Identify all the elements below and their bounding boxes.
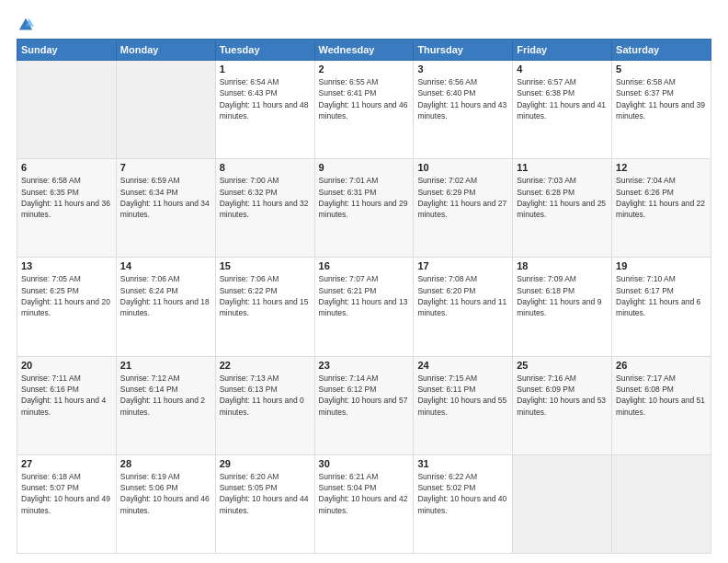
calendar-week-row: 27Sunrise: 6:18 AMSunset: 5:07 PMDayligh… — [17, 454, 711, 553]
day-info: Sunrise: 7:16 AMSunset: 6:09 PMDaylight:… — [517, 373, 608, 418]
day-info: Sunrise: 7:12 AMSunset: 6:14 PMDaylight:… — [120, 373, 211, 418]
day-info: Sunrise: 6:59 AMSunset: 6:34 PMDaylight:… — [120, 175, 211, 220]
calendar-cell: 11Sunrise: 7:03 AMSunset: 6:28 PMDayligh… — [513, 159, 612, 258]
day-number: 31 — [417, 458, 508, 469]
calendar-cell: 2Sunrise: 6:55 AMSunset: 6:41 PMDaylight… — [314, 61, 414, 159]
day-info: Sunrise: 7:11 AMSunset: 6:16 PMDaylight:… — [21, 373, 112, 418]
day-number: 9 — [319, 162, 410, 173]
day-number: 25 — [517, 360, 608, 371]
calendar-cell — [17, 61, 117, 159]
day-number: 7 — [120, 162, 211, 173]
day-number: 19 — [616, 260, 707, 271]
day-info: Sunrise: 7:13 AMSunset: 6:13 PMDaylight:… — [220, 373, 311, 418]
calendar-cell: 25Sunrise: 7:16 AMSunset: 6:09 PMDayligh… — [513, 356, 612, 454]
day-info: Sunrise: 7:17 AMSunset: 6:08 PMDaylight:… — [616, 373, 707, 418]
weekday-header-tuesday: Tuesday — [215, 40, 314, 61]
day-info: Sunrise: 7:09 AMSunset: 6:18 PMDaylight:… — [517, 273, 608, 318]
calendar-cell: 24Sunrise: 7:15 AMSunset: 6:11 PMDayligh… — [414, 356, 513, 454]
calendar-cell: 7Sunrise: 6:59 AMSunset: 6:34 PMDaylight… — [116, 159, 215, 258]
day-number: 23 — [319, 360, 410, 371]
day-number: 6 — [21, 162, 112, 173]
day-number: 24 — [417, 360, 508, 371]
day-info: Sunrise: 6:58 AMSunset: 6:35 PMDaylight:… — [21, 175, 112, 220]
day-info: Sunrise: 7:00 AMSunset: 6:32 PMDaylight:… — [220, 175, 311, 220]
day-number: 22 — [220, 360, 311, 371]
calendar-cell: 6Sunrise: 6:58 AMSunset: 6:35 PMDaylight… — [17, 159, 117, 258]
day-number: 5 — [616, 63, 707, 75]
day-number: 3 — [417, 63, 508, 75]
calendar-cell: 5Sunrise: 6:58 AMSunset: 6:37 PMDaylight… — [612, 61, 711, 159]
day-info: Sunrise: 6:20 AMSunset: 5:05 PMDaylight:… — [220, 471, 311, 516]
day-info: Sunrise: 7:03 AMSunset: 6:28 PMDaylight:… — [517, 175, 608, 220]
day-info: Sunrise: 7:04 AMSunset: 6:26 PMDaylight:… — [616, 175, 707, 220]
day-number: 26 — [616, 360, 707, 371]
calendar-cell: 27Sunrise: 6:18 AMSunset: 5:07 PMDayligh… — [17, 454, 117, 553]
day-info: Sunrise: 7:06 AMSunset: 6:22 PMDaylight:… — [220, 273, 311, 318]
day-info: Sunrise: 6:58 AMSunset: 6:37 PMDaylight:… — [616, 76, 707, 121]
day-number: 21 — [120, 360, 211, 371]
day-number: 17 — [417, 260, 508, 271]
weekday-header-saturday: Saturday — [612, 40, 711, 61]
day-info: Sunrise: 7:06 AMSunset: 6:24 PMDaylight:… — [120, 273, 211, 318]
calendar-cell: 26Sunrise: 7:17 AMSunset: 6:08 PMDayligh… — [612, 356, 711, 454]
calendar-cell: 31Sunrise: 6:22 AMSunset: 5:02 PMDayligh… — [414, 454, 513, 553]
calendar-cell: 3Sunrise: 6:56 AMSunset: 6:40 PMDaylight… — [414, 61, 513, 159]
calendar-cell: 29Sunrise: 6:20 AMSunset: 5:05 PMDayligh… — [215, 454, 314, 553]
day-info: Sunrise: 6:56 AMSunset: 6:40 PMDaylight:… — [417, 76, 508, 121]
calendar-cell: 22Sunrise: 7:13 AMSunset: 6:13 PMDayligh… — [215, 356, 314, 454]
calendar-cell: 4Sunrise: 6:57 AMSunset: 6:38 PMDaylight… — [513, 61, 612, 159]
calendar-cell — [116, 61, 215, 159]
day-info: Sunrise: 6:22 AMSunset: 5:02 PMDaylight:… — [417, 471, 508, 516]
day-number: 13 — [21, 260, 112, 271]
day-info: Sunrise: 7:01 AMSunset: 6:31 PMDaylight:… — [319, 175, 410, 220]
calendar-cell: 18Sunrise: 7:09 AMSunset: 6:18 PMDayligh… — [513, 258, 612, 356]
day-info: Sunrise: 7:14 AMSunset: 6:12 PMDaylight:… — [319, 373, 410, 418]
day-info: Sunrise: 6:18 AMSunset: 5:07 PMDaylight:… — [21, 471, 112, 516]
weekday-header-thursday: Thursday — [414, 40, 513, 61]
day-number: 1 — [220, 63, 311, 75]
day-number: 30 — [319, 458, 410, 469]
day-info: Sunrise: 6:54 AMSunset: 6:43 PMDaylight:… — [220, 76, 311, 121]
calendar-cell: 30Sunrise: 6:21 AMSunset: 5:04 PMDayligh… — [314, 454, 414, 553]
day-number: 29 — [220, 458, 311, 469]
calendar-cell: 16Sunrise: 7:07 AMSunset: 6:21 PMDayligh… — [314, 258, 414, 356]
day-info: Sunrise: 7:10 AMSunset: 6:17 PMDaylight:… — [616, 273, 707, 318]
day-number: 18 — [517, 260, 608, 271]
calendar-table: SundayMondayTuesdayWednesdayThursdayFrid… — [17, 39, 711, 554]
calendar-week-row: 13Sunrise: 7:05 AMSunset: 6:25 PMDayligh… — [17, 258, 711, 356]
calendar-cell: 1Sunrise: 6:54 AMSunset: 6:43 PMDaylight… — [215, 61, 314, 159]
calendar-cell: 9Sunrise: 7:01 AMSunset: 6:31 PMDaylight… — [314, 159, 414, 258]
day-number: 8 — [220, 162, 311, 173]
day-info: Sunrise: 6:55 AMSunset: 6:41 PMDaylight:… — [319, 76, 410, 121]
calendar-cell: 14Sunrise: 7:06 AMSunset: 6:24 PMDayligh… — [116, 258, 215, 356]
day-number: 4 — [517, 63, 608, 75]
weekday-header-friday: Friday — [513, 40, 612, 61]
day-info: Sunrise: 7:15 AMSunset: 6:11 PMDaylight:… — [417, 373, 508, 418]
weekday-header-monday: Monday — [116, 40, 215, 61]
weekday-header-wednesday: Wednesday — [314, 40, 414, 61]
calendar-week-row: 6Sunrise: 6:58 AMSunset: 6:35 PMDaylight… — [17, 159, 711, 258]
calendar-cell: 20Sunrise: 7:11 AMSunset: 6:16 PMDayligh… — [17, 356, 117, 454]
day-number: 16 — [319, 260, 410, 271]
day-number: 12 — [616, 162, 707, 173]
day-number: 14 — [120, 260, 211, 271]
day-info: Sunrise: 7:02 AMSunset: 6:29 PMDaylight:… — [417, 175, 508, 220]
weekday-header-sunday: Sunday — [17, 40, 117, 61]
calendar-cell: 17Sunrise: 7:08 AMSunset: 6:20 PMDayligh… — [414, 258, 513, 356]
logo-icon — [17, 17, 34, 33]
day-info: Sunrise: 6:57 AMSunset: 6:38 PMDaylight:… — [517, 76, 608, 121]
day-number: 11 — [517, 162, 608, 173]
calendar-cell: 8Sunrise: 7:00 AMSunset: 6:32 PMDaylight… — [215, 159, 314, 258]
day-number: 2 — [319, 63, 410, 75]
calendar-cell: 19Sunrise: 7:10 AMSunset: 6:17 PMDayligh… — [612, 258, 711, 356]
logo — [17, 17, 34, 29]
day-number: 27 — [21, 458, 112, 469]
calendar-cell: 15Sunrise: 7:06 AMSunset: 6:22 PMDayligh… — [215, 258, 314, 356]
day-info: Sunrise: 6:19 AMSunset: 5:06 PMDaylight:… — [120, 471, 211, 516]
calendar-week-row: 20Sunrise: 7:11 AMSunset: 6:16 PMDayligh… — [17, 356, 711, 454]
day-info: Sunrise: 7:08 AMSunset: 6:20 PMDaylight:… — [417, 273, 508, 318]
day-info: Sunrise: 6:21 AMSunset: 5:04 PMDaylight:… — [319, 471, 410, 516]
calendar-cell: 28Sunrise: 6:19 AMSunset: 5:06 PMDayligh… — [116, 454, 215, 553]
day-info: Sunrise: 7:07 AMSunset: 6:21 PMDaylight:… — [319, 273, 410, 318]
calendar-cell: 21Sunrise: 7:12 AMSunset: 6:14 PMDayligh… — [116, 356, 215, 454]
